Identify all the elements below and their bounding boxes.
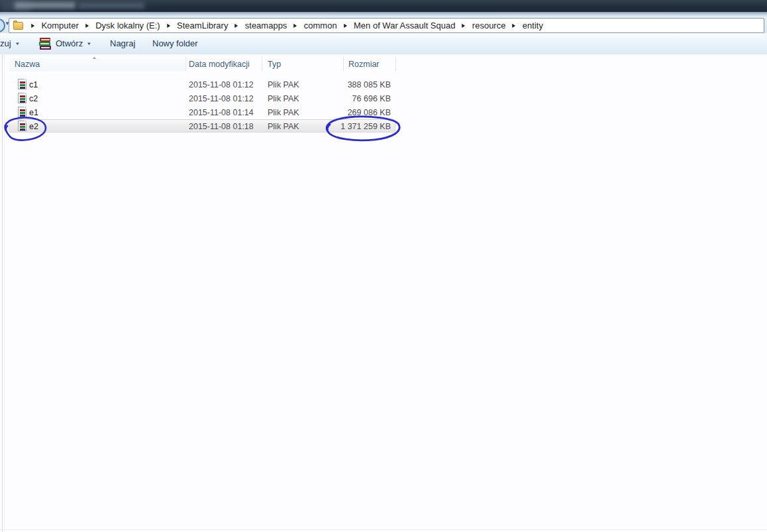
file-type: Plik PAK bbox=[268, 91, 299, 105]
blurred-text-smudge bbox=[15, 2, 76, 9]
breadcrumb-arrow-icon: ▶ bbox=[28, 23, 38, 28]
file-name: c1 bbox=[29, 78, 38, 91]
folder-icon bbox=[13, 22, 23, 30]
column-header-size[interactable]: Rozmiar bbox=[348, 56, 380, 72]
window-bottom-edge bbox=[0, 529, 767, 530]
breadcrumb-item-drive[interactable]: Dysk lokalny (E:) bbox=[92, 19, 164, 32]
column-divider[interactable] bbox=[343, 57, 344, 71]
file-row-c2[interactable]: c2 2015-11-08 01:12 Plik PAK 76 696 KB bbox=[0, 91, 424, 105]
file-type: Plik PAK bbox=[268, 105, 299, 119]
breadcrumb-arrow-icon: ▶ bbox=[509, 23, 519, 28]
chevron-down-icon: ▼ bbox=[86, 41, 91, 45]
file-name: e1 bbox=[29, 105, 38, 119]
new-folder-button[interactable]: Nowy folder bbox=[152, 33, 198, 54]
breadcrumb-item-steamapps[interactable]: steamapps bbox=[242, 19, 291, 32]
column-divider[interactable] bbox=[395, 57, 396, 71]
chevron-down-icon: ▼ bbox=[15, 41, 20, 45]
background-window-titlebar bbox=[0, 0, 767, 12]
navigation-row: ▼ ▶ Komputer ▶ Dysk lokalny (E:) ▶ Steam… bbox=[0, 17, 767, 33]
file-row-e1[interactable]: e1 2015-11-08 01:14 Plik PAK 269 086 KB bbox=[0, 105, 424, 119]
breadcrumb-arrow-icon: ▶ bbox=[459, 23, 468, 28]
pak-file-icon bbox=[18, 121, 26, 131]
file-name: e2 bbox=[29, 119, 38, 133]
breadcrumb-arrow-icon: ▶ bbox=[164, 23, 173, 28]
explorer-window: ▼ ▶ Komputer ▶ Dysk lokalny (E:) ▶ Steam… bbox=[0, 0, 767, 532]
file-size: 76 696 KB bbox=[305, 91, 391, 105]
file-size: 1 371 259 KB bbox=[305, 119, 391, 133]
column-header-name[interactable]: Nazwa bbox=[15, 56, 40, 72]
winrar-icon bbox=[39, 37, 52, 50]
file-date-modified: 2015-11-08 01:18 bbox=[189, 119, 254, 133]
breadcrumb-arrow-icon: ▶ bbox=[232, 23, 241, 28]
new-folder-button-label: Nowy folder bbox=[152, 38, 198, 48]
organize-button-label: zuj bbox=[0, 38, 11, 48]
window-frame-gradient bbox=[0, 12, 767, 17]
breadcrumb-arrow-icon: ▶ bbox=[340, 23, 350, 28]
file-row-e2-selected[interactable]: e2 2015-11-08 01:18 Plik PAK 1 371 259 K… bbox=[0, 119, 424, 133]
pak-file-icon bbox=[18, 107, 26, 117]
command-bar: zuj ▼ Otwórz ▼ Nagraj Nowy folder bbox=[0, 33, 767, 55]
organize-button-partial[interactable]: zuj ▼ bbox=[0, 33, 20, 54]
open-button[interactable]: Otwórz ▼ bbox=[39, 33, 91, 54]
breadcrumb: ▶ Komputer ▶ Dysk lokalny (E:) ▶ SteamLi… bbox=[28, 19, 546, 32]
breadcrumb-item-resource[interactable]: resource bbox=[469, 19, 509, 32]
file-size: 388 085 KB bbox=[305, 78, 391, 91]
column-header-type[interactable]: Typ bbox=[268, 56, 281, 72]
file-type: Plik PAK bbox=[268, 78, 299, 91]
file-date-modified: 2015-11-08 01:12 bbox=[189, 78, 254, 91]
column-header-date-modified[interactable]: Data modyfikacji bbox=[189, 56, 250, 72]
pak-file-icon bbox=[18, 79, 26, 89]
burn-button-label: Nagraj bbox=[110, 38, 135, 48]
address-bar[interactable]: ▶ Komputer ▶ Dysk lokalny (E:) ▶ SteamLi… bbox=[9, 18, 764, 33]
file-date-modified: 2015-11-08 01:14 bbox=[189, 105, 254, 119]
file-list-pane: ▲ Nazwa Data modyfikacji Typ Rozmiar c1 … bbox=[0, 54, 767, 532]
file-type: Plik PAK bbox=[268, 119, 299, 133]
open-button-label: Otwórz bbox=[56, 38, 83, 48]
breadcrumb-item-steamlibrary[interactable]: SteamLibrary bbox=[174, 19, 231, 32]
pak-file-icon bbox=[18, 93, 26, 103]
sort-ascending-icon: ▲ bbox=[91, 56, 97, 60]
file-name: c2 bbox=[29, 91, 38, 105]
column-divider[interactable] bbox=[185, 57, 186, 71]
blurred-text-smudge bbox=[78, 3, 144, 9]
breadcrumb-item-common[interactable]: common bbox=[301, 19, 340, 32]
burn-button[interactable]: Nagraj bbox=[110, 33, 135, 54]
breadcrumb-arrow-icon: ▶ bbox=[291, 23, 300, 28]
file-date-modified: 2015-11-08 01:12 bbox=[189, 91, 254, 105]
breadcrumb-item-entity[interactable]: entity bbox=[519, 19, 546, 32]
breadcrumb-item-game-folder[interactable]: Men of War Assault Squad bbox=[350, 19, 458, 32]
breadcrumb-arrow-icon: ▶ bbox=[83, 23, 92, 28]
column-divider[interactable] bbox=[262, 57, 262, 71]
breadcrumb-item-komputer[interactable]: Komputer bbox=[38, 19, 81, 32]
file-size: 269 086 KB bbox=[305, 105, 391, 119]
file-row-c1[interactable]: c1 2015-11-08 01:12 Plik PAK 388 085 KB bbox=[0, 78, 424, 91]
